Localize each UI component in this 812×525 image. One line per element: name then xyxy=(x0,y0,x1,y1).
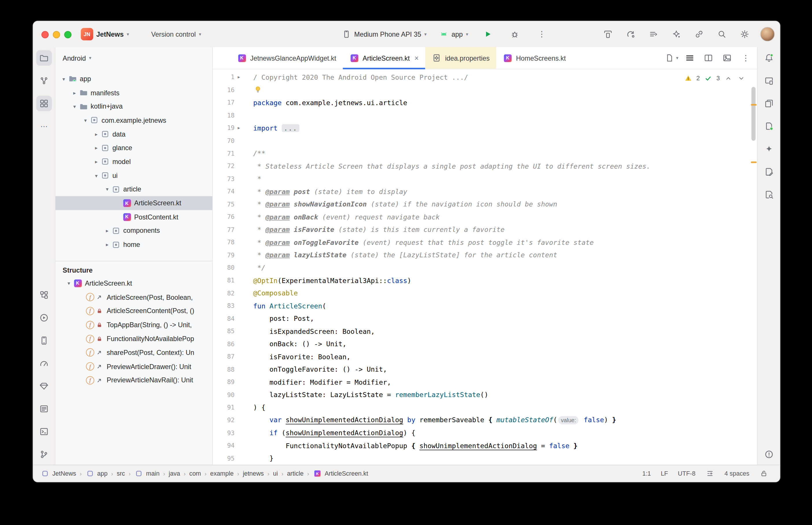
sparkle-button[interactable] xyxy=(669,27,683,41)
page-edit-tool-button[interactable] xyxy=(761,164,777,180)
tree-item[interactable]: ▾com.example.jetnews xyxy=(56,114,212,127)
breadcrumb-item[interactable]: app xyxy=(85,469,107,478)
resource-manager-tool-button[interactable] xyxy=(36,96,52,111)
structure-item[interactable]: fsharePost(Post, Context): Un xyxy=(56,346,212,360)
warning-stripe-mark[interactable] xyxy=(751,162,757,163)
tree-chevron-icon[interactable]: ▸ xyxy=(103,242,112,247)
breadcrumb-item[interactable]: src xyxy=(117,470,125,477)
device-mirror-button[interactable] xyxy=(601,27,615,41)
app-insights-tool-button[interactable] xyxy=(36,378,52,394)
tree-chevron-icon[interactable]: ▾ xyxy=(81,118,90,123)
code-editor[interactable]: 1▸/ Copyright 2020 The Android Open Sour… xyxy=(213,69,757,465)
warning-stripe-mark[interactable] xyxy=(751,104,757,105)
editor-tab[interactable]: KArticleScreen.kt× xyxy=(343,47,425,69)
editor-tab[interactable]: idea.properties xyxy=(425,47,497,69)
scrollbar-thumb[interactable] xyxy=(751,87,755,141)
run-button[interactable] xyxy=(481,27,495,41)
more-horizontal-tool-button[interactable]: ⋯ xyxy=(36,118,52,134)
caret-position[interactable]: 1:1 xyxy=(643,470,651,477)
tree-item[interactable]: ▸model xyxy=(56,155,212,169)
tree-item[interactable]: ▸home xyxy=(56,238,212,252)
tree-chevron-icon[interactable]: ▸ xyxy=(92,131,101,137)
tree-chevron-icon[interactable]: ▸ xyxy=(92,159,101,165)
tree-item[interactable]: ▾article xyxy=(56,182,212,196)
tree-chevron-icon[interactable]: ▾ xyxy=(60,76,68,82)
tree-item[interactable]: KArticleScreen.kt xyxy=(56,196,212,210)
profiler-tool-button[interactable] xyxy=(36,356,52,371)
settings-button[interactable] xyxy=(737,27,752,41)
previous-problem-icon[interactable] xyxy=(724,73,733,82)
project-tool-button[interactable] xyxy=(36,50,52,66)
tree-chevron-icon[interactable]: ▾ xyxy=(71,104,79,109)
zoom-window-button[interactable] xyxy=(64,31,71,39)
breadcrumb-item[interactable]: JetNews xyxy=(41,469,76,478)
device-explorer-tool-button[interactable] xyxy=(761,96,777,111)
run-tool-tool-button[interactable] xyxy=(36,310,52,326)
breadcrumb-item[interactable]: jetnews xyxy=(243,470,264,477)
indent-style-icon[interactable] xyxy=(705,469,714,478)
notifications-tool-button[interactable] xyxy=(761,50,777,66)
git-tool-button[interactable] xyxy=(36,447,52,462)
tree-chevron-icon[interactable]: ▸ xyxy=(92,145,101,151)
tree-chevron-icon[interactable]: ▸ xyxy=(103,228,112,234)
structure-item[interactable]: fPreviewArticleNavRail(): Unit xyxy=(56,373,212,387)
more-run-options-button[interactable]: ⋮ xyxy=(535,27,549,41)
split-view-button[interactable] xyxy=(701,51,716,65)
structure-item[interactable]: fPreviewArticleDrawer(): Unit xyxy=(56,360,212,373)
device-file-tool-button[interactable] xyxy=(761,118,777,134)
breadcrumb-item[interactable]: java xyxy=(169,470,180,477)
device-selector[interactable]: Medium Phone API 35 ▾ xyxy=(342,29,427,39)
ai-assist-button[interactable] xyxy=(624,27,638,41)
terminal-tool-button[interactable] xyxy=(36,424,52,439)
device-manager-tool-button[interactable] xyxy=(36,333,52,348)
breadcrumb-item[interactable]: article xyxy=(287,470,304,477)
tree-chevron-icon[interactable]: ▾ xyxy=(103,186,112,192)
editor-tab[interactable]: KJetnewsGlanceAppWidget.kt xyxy=(230,47,343,69)
link-button[interactable] xyxy=(692,27,706,41)
tree-item[interactable]: ▸manifests xyxy=(56,86,212,100)
fold-toggle-icon[interactable]: ▸ xyxy=(235,125,253,131)
project-view-selector[interactable]: Android ▾ xyxy=(56,47,212,69)
preview-button[interactable] xyxy=(720,51,734,65)
inspection-widget[interactable]: 2 3 xyxy=(683,73,746,82)
structure-item[interactable]: fFunctionalityNotAvailablePop xyxy=(56,332,212,346)
more-vertical-button[interactable]: ⋮ xyxy=(739,51,753,65)
tree-item[interactable]: ▾kotlin+java xyxy=(56,100,212,114)
close-tab-icon[interactable]: × xyxy=(414,54,419,62)
fold-toggle-icon[interactable]: ▸ xyxy=(235,75,253,80)
tree-item[interactable]: ▸components xyxy=(56,224,212,238)
user-avatar[interactable] xyxy=(760,27,775,41)
logcat-tool-button[interactable] xyxy=(36,401,52,417)
running-devices-tool-button[interactable] xyxy=(761,73,777,89)
tree-item[interactable]: ▸glance xyxy=(56,141,212,155)
structure-item[interactable]: fArticleScreenContent(Post, () xyxy=(56,304,212,318)
tree-chevron-icon[interactable]: ▾ xyxy=(92,173,101,178)
tree-item[interactable]: ▾app xyxy=(56,72,212,86)
tree-chevron-icon[interactable]: ▸ xyxy=(71,90,79,95)
tree-chevron-icon[interactable]: ▾ xyxy=(65,281,73,286)
next-problem-icon[interactable] xyxy=(736,73,745,82)
breadcrumb-item[interactable]: com xyxy=(189,470,201,477)
list-view-button[interactable] xyxy=(682,51,697,65)
problems-tool-button[interactable] xyxy=(761,447,777,462)
breadcrumb-item[interactable]: main xyxy=(134,469,160,478)
structure-root-item[interactable]: ▾KArticleScreen.kt xyxy=(56,276,212,290)
vcs-menu[interactable]: Version control ▾ xyxy=(151,21,201,47)
build-tool-button[interactable] xyxy=(36,287,52,303)
editor-tab[interactable]: KHomeScreens.kt xyxy=(497,47,573,69)
breadcrumb-item[interactable]: example xyxy=(210,470,234,477)
vcs-tool-button[interactable] xyxy=(36,73,52,89)
close-window-button[interactable] xyxy=(41,31,48,39)
structure-item[interactable]: fTopAppBar(String, () -> Unit, xyxy=(56,318,212,332)
open-files-dropdown-button[interactable]: ▾ xyxy=(665,51,679,65)
project-menu[interactable]: JN JetNews ▾ xyxy=(81,21,129,47)
structure-item[interactable]: fArticleScreen(Post, Boolean, xyxy=(56,290,212,304)
task-list-button[interactable] xyxy=(646,27,661,41)
minimize-window-button[interactable] xyxy=(53,31,60,39)
indent-setting[interactable]: 4 spaces xyxy=(724,470,749,477)
tree-item[interactable]: ▸data xyxy=(56,127,212,141)
tree-item[interactable]: KPostContent.kt xyxy=(56,210,212,224)
tree-item[interactable]: ▾ui xyxy=(56,169,212,182)
page-search-tool-button[interactable] xyxy=(761,187,777,202)
debug-button[interactable] xyxy=(507,27,522,41)
